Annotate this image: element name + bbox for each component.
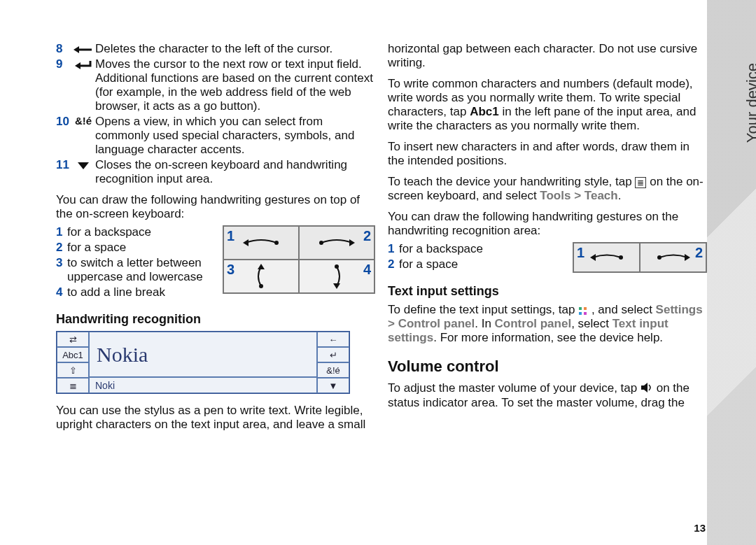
menu-path: Control panel — [495, 317, 572, 330]
svg-point-15 — [657, 255, 662, 260]
volume-control-heading: Volume control — [388, 358, 707, 376]
gesture-backspace-icon — [587, 250, 626, 265]
svg-rect-17 — [584, 307, 587, 310]
svg-rect-18 — [579, 312, 582, 315]
gesture-list: 1for a backspace 2for a space 3to switch… — [56, 225, 203, 301]
gesture-space-icon — [316, 234, 358, 251]
handwriting-heading: Handwriting recognition — [56, 312, 375, 327]
backspace-arrow-icon — [71, 42, 95, 56]
right-column: horizontal gap between each character. D… — [388, 42, 707, 432]
svg-marker-20 — [641, 383, 648, 392]
svg-marker-12 — [590, 254, 596, 261]
list-item: 2for a space — [56, 241, 203, 255]
list-item: 2for a space — [388, 257, 528, 271]
gesture-figure: 1 2 3 4 — [223, 225, 375, 294]
hw-left-pane: ⇄ Abc1 ⇧ ≣ — [57, 332, 89, 393]
hw-back-button[interactable]: ← — [317, 332, 349, 347]
close-keyboard-icon — [71, 158, 95, 172]
hw-shift-button[interactable]: ⇧ — [57, 362, 89, 378]
svg-marker-1 — [74, 46, 79, 53]
svg-marker-3 — [78, 162, 89, 169]
item-number: 9 — [56, 57, 71, 71]
svg-marker-14 — [685, 254, 690, 261]
body-text: To teach the device your handwriting sty… — [388, 175, 707, 203]
item-text: Deletes the character to the left of the… — [95, 42, 375, 56]
gesture-list: 1for a backspace 2for a space — [388, 242, 528, 273]
gesture-space-icon — [654, 250, 693, 265]
list-item: 10 &!é Opens a view, in which you can se… — [56, 115, 375, 157]
hw-abc-button[interactable]: Abc1 — [57, 347, 89, 362]
hw-write-area[interactable]: Nokia — [89, 332, 317, 377]
text-input-settings-heading: Text input settings — [388, 284, 707, 299]
body-text: To define the text input settings, tap ,… — [388, 303, 707, 345]
item-number: 8 — [56, 42, 71, 56]
svg-point-5 — [274, 241, 279, 245]
item-text: Moves the cursor to the next row or text… — [95, 57, 375, 113]
hw-candidate-bar[interactable]: Noki — [89, 377, 317, 393]
special-chars-icon: &!é — [71, 115, 95, 127]
svg-point-9 — [259, 284, 263, 288]
item-number: 10 — [56, 115, 71, 129]
page-content: 8 Deletes the character to the left of t… — [0, 0, 756, 545]
list-item: 3to switch a letter between uppercase an… — [56, 256, 203, 284]
svg-point-11 — [335, 264, 339, 269]
page-number: 13 — [694, 522, 706, 534]
gesture-linebreak-icon — [323, 262, 351, 290]
hw-mode-button[interactable]: ⇄ — [57, 332, 89, 347]
item-text: Closes the on-screen keyboard and handwr… — [95, 158, 375, 186]
list-item: 9 Moves the cursor to the next row or te… — [56, 57, 375, 113]
list-item: 8 Deletes the character to the left of t… — [56, 42, 375, 56]
menu-list-icon: ≣ — [635, 177, 646, 188]
handwriting-panel: ⇄ Abc1 ⇧ ≣ Nokia Noki ← ↵ &!é ▼ — [56, 331, 350, 394]
menu-path: Tools > Teach — [540, 189, 617, 202]
gesture-case-icon — [247, 262, 275, 290]
list-item: 11 Closes the on-screen keyboard and han… — [56, 158, 375, 186]
item-text: Opens a view, in which you can select fr… — [95, 115, 375, 157]
item-number: 11 — [56, 158, 71, 172]
svg-marker-6 — [349, 239, 355, 246]
body-text: To write common characters and numbers (… — [388, 77, 707, 133]
list-item: 1for a backspace — [388, 242, 528, 256]
gesture-backspace-icon — [240, 234, 282, 251]
svg-rect-19 — [584, 312, 587, 315]
hw-close-button[interactable]: ▼ — [317, 378, 349, 393]
hw-enter-button[interactable]: ↵ — [317, 347, 349, 362]
body-text: horizontal gap between each character. D… — [388, 42, 707, 70]
hw-right-pane: ← ↵ &!é ▼ — [317, 332, 349, 393]
apps-grid-icon — [578, 306, 588, 316]
body-text: You can draw the following handwriting g… — [388, 210, 707, 238]
hw-special-button[interactable]: &!é — [317, 362, 349, 378]
left-column: 8 Deletes the character to the left of t… — [56, 42, 375, 432]
svg-point-13 — [619, 255, 623, 260]
abc1-label: Abc1 — [470, 105, 499, 118]
speaker-icon — [640, 382, 653, 396]
svg-marker-2 — [75, 62, 80, 69]
hw-menu-button[interactable]: ≣ — [57, 378, 89, 393]
handwriting-paragraph: You can use the stylus as a pen to write… — [56, 404, 375, 432]
list-item: 4to add a line break — [56, 285, 203, 299]
list-item: 1for a backspace — [56, 225, 203, 239]
svg-marker-4 — [243, 239, 248, 246]
body-text: To insert new characters in and after wo… — [388, 140, 707, 168]
enter-arrow-icon — [71, 57, 95, 71]
gesture-intro: You can draw the following handwriting g… — [56, 193, 375, 221]
svg-point-7 — [319, 241, 323, 245]
svg-marker-10 — [333, 283, 340, 289]
svg-marker-8 — [258, 264, 265, 269]
gesture-figure: 1 2 — [573, 242, 707, 273]
svg-rect-16 — [579, 307, 582, 310]
body-text: To adjust the master volume of your devi… — [388, 381, 707, 410]
